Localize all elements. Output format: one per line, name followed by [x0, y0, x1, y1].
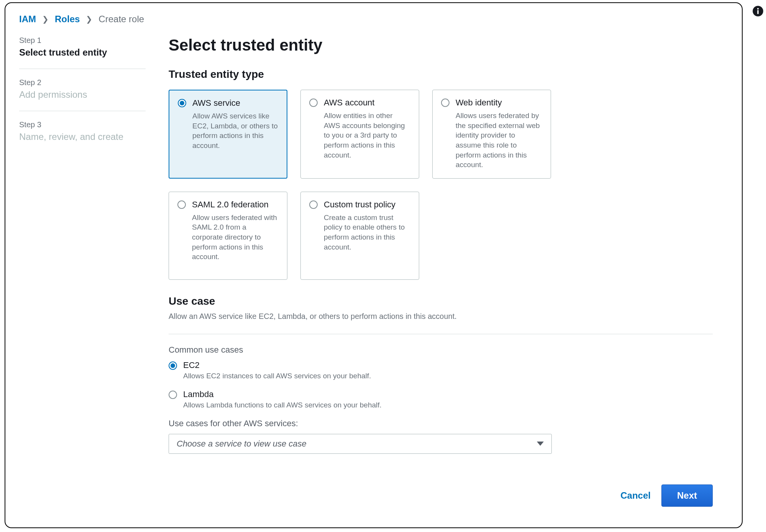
wizard-step-1[interactable]: Step 1 Select trusted entity [19, 36, 146, 66]
page-title: Select trusted entity [169, 36, 713, 54]
svg-rect-1 [757, 10, 759, 14]
use-case-lambda[interactable]: Lambda Allows Lambda functions to call A… [169, 389, 713, 409]
wizard-step-3[interactable]: Step 3 Name, review, and create [19, 120, 146, 150]
entity-type-aws-account[interactable]: AWS account Allow entities in other AWS … [300, 90, 419, 179]
radio-icon [309, 99, 318, 107]
card-title: AWS service [192, 98, 278, 108]
divider [19, 69, 146, 69]
radio-icon [177, 200, 186, 209]
breadcrumb-iam[interactable]: IAM [19, 14, 36, 25]
card-desc: Allow AWS services like EC2, Lambda, or … [192, 111, 278, 151]
next-button[interactable]: Next [661, 484, 713, 507]
common-use-cases-heading: Common use cases [169, 345, 713, 355]
entity-type-web-identity[interactable]: Web identity Allows users federated by t… [432, 90, 551, 179]
caret-down-icon [537, 442, 544, 446]
radio-desc: Allows Lambda functions to call AWS serv… [183, 401, 382, 409]
card-desc: Allow users federated with SAML 2.0 from… [192, 213, 279, 262]
radio-icon [169, 391, 177, 399]
entity-type-heading: Trusted entity type [169, 68, 713, 80]
radio-title: Lambda [183, 389, 382, 399]
cancel-button[interactable]: Cancel [620, 490, 651, 501]
main-content: Select trusted entity Trusted entity typ… [169, 36, 728, 511]
entity-type-cards: AWS service Allow AWS services like EC2,… [169, 90, 713, 280]
other-services-heading: Use cases for other AWS services: [169, 419, 713, 429]
radio-icon [441, 99, 449, 107]
wizard-steps: Step 1 Select trusted entity Step 2 Add … [19, 36, 146, 511]
card-desc: Allows users federated by the specified … [456, 111, 542, 170]
step-title: Name, review, and create [19, 131, 146, 142]
breadcrumb-current: Create role [98, 14, 144, 25]
card-desc: Allow entities in other AWS accounts bel… [324, 111, 410, 160]
entity-type-custom-trust[interactable]: Custom trust policy Create a custom trus… [300, 192, 419, 280]
card-title: Custom trust policy [324, 200, 410, 210]
wizard-step-2[interactable]: Step 2 Add permissions [19, 78, 146, 108]
card-title: Web identity [456, 98, 542, 108]
divider [169, 334, 713, 334]
svg-point-2 [757, 8, 759, 10]
use-case-heading: Use case [169, 295, 713, 307]
step-title: Select trusted entity [19, 47, 146, 58]
dropdown-placeholder: Choose a service to view use case [177, 439, 307, 449]
radio-icon [178, 99, 186, 107]
entity-type-aws-service[interactable]: AWS service Allow AWS services like EC2,… [169, 90, 287, 179]
use-case-sub: Allow an AWS service like EC2, Lambda, o… [169, 312, 713, 321]
step-label: Step 2 [19, 78, 146, 87]
radio-icon [309, 200, 318, 209]
step-label: Step 1 [19, 36, 146, 45]
card-title: SAML 2.0 federation [192, 200, 279, 210]
step-label: Step 3 [19, 120, 146, 129]
service-dropdown[interactable]: Choose a service to view use case [169, 434, 552, 454]
wizard-footer: Cancel Next [620, 484, 713, 507]
card-title: AWS account [324, 98, 410, 108]
radio-desc: Allows EC2 instances to call AWS service… [183, 372, 371, 380]
chevron-right-icon: ❯ [42, 15, 49, 24]
step-title: Add permissions [19, 89, 146, 100]
entity-type-saml-federation[interactable]: SAML 2.0 federation Allow users federate… [169, 192, 287, 280]
radio-title: EC2 [183, 360, 371, 370]
create-role-panel: IAM ❯ Roles ❯ Create role Step 1 Select … [5, 2, 743, 528]
divider [19, 111, 146, 111]
card-desc: Create a custom trust policy to enable o… [324, 213, 410, 252]
breadcrumb: IAM ❯ Roles ❯ Create role [19, 14, 728, 25]
info-icon[interactable] [752, 5, 764, 20]
chevron-right-icon: ❯ [86, 15, 92, 24]
use-case-ec2[interactable]: EC2 Allows EC2 instances to call AWS ser… [169, 360, 713, 380]
radio-icon [169, 361, 177, 370]
breadcrumb-roles[interactable]: Roles [55, 14, 80, 25]
